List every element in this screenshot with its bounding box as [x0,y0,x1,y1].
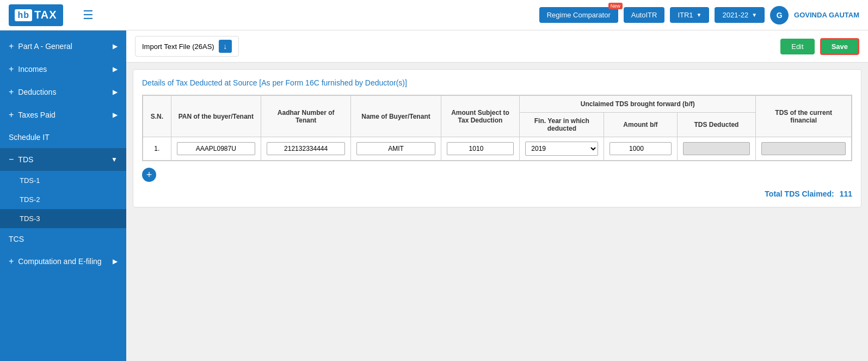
itr-chevron-down-icon: ▼ [697,12,702,18]
year-chevron-down-icon: ▼ [752,12,757,18]
sidebar-item-label: Deductions [18,88,56,96]
edit-button[interactable]: Edit [780,39,814,54]
chevron-down-icon: ▼ [111,156,118,163]
sidebar: + Part A - General ▶ + Incomes ▶ + Deduc… [0,30,126,361]
regime-comparator-button[interactable]: New Regime Comparator [539,7,618,23]
sidebar-item-label: TCS [9,235,24,243]
sidebar-item-label: Computation and E-filing [18,257,101,266]
sidebar-item-label: TDS-1 [20,176,40,185]
plus-icon: + [9,41,14,51]
avatar: G [770,6,789,25]
sidebar-item-label: TDS-3 [20,215,40,223]
plus-icon: + [9,87,14,97]
th-pan: PAN of the buyer/Tenant [171,96,261,137]
minus-icon: − [9,155,14,164]
layout: + Part A - General ▶ + Incomes ▶ + Deduc… [0,30,868,361]
chevron-right-icon: ▶ [113,111,118,119]
plus-icon: + [9,64,14,74]
sidebar-item-label: TDS [18,155,33,164]
sidebar-item-tcs[interactable]: TCS [0,228,126,250]
th-sn: S.N. [143,96,171,137]
total-label: Total TDS Claimed: [765,189,834,198]
hamburger-icon[interactable]: ☰ [83,8,94,22]
card-title: Details of Tax Deducted at Source [As pe… [142,78,852,87]
logo: hb TAX [9,4,63,26]
tds-card: Details of Tax Deducted at Source [As pe… [133,69,861,207]
aadhar-input[interactable] [267,142,345,155]
cell-amount-subject [441,137,520,161]
th-amount-subject: Amount Subject to Tax Deduction [441,96,520,137]
total-value: 111 [840,189,852,198]
toolbar: Import Text File (26AS) ↓ Edit Save [126,30,868,63]
logo-tax: TAX [34,9,57,21]
logo-hb: hb [15,9,32,21]
th-aadhar: Aadhar Number of Tenant [261,96,350,137]
cell-tds-deducted [677,137,756,161]
chevron-right-icon: ▶ [113,42,118,50]
sidebar-item-computation[interactable]: + Computation and E-filing ▶ [0,250,126,273]
sidebar-item-label: Part A - General [18,42,72,51]
add-row-button[interactable]: + [142,168,156,182]
sidebar-item-label: Incomes [18,65,47,74]
sidebar-item-part-a[interactable]: + Part A - General ▶ [0,35,126,58]
amount-bf-input[interactable] [610,142,671,155]
sidebar-item-schedule-it[interactable]: Schedule IT [0,126,126,148]
sidebar-item-label: Taxes Paid [18,111,55,119]
th-tds-deducted: TDS Deducted [677,113,756,137]
sidebar-item-tds3[interactable]: TDS-3 [0,209,126,228]
plus-icon: + [9,110,14,120]
main-content: Import Text File (26AS) ↓ Edit Save Deta… [126,30,868,361]
total-row: Total TDS Claimed: 111 [142,189,852,198]
table-row: 1. [143,137,852,161]
plus-icon: + [9,256,14,266]
th-fin-year: Fin. Year in which deducted [520,113,604,137]
tds-table: S.N. PAN of the buyer/Tenant Aadhar Numb… [143,95,852,161]
navbar-right: New Regime Comparator AutoITR ITR1 ▼ 202… [539,6,859,25]
download-icon: ↓ [219,40,232,53]
import-label: Import Text File (26AS) [142,42,214,51]
import-button[interactable]: Import Text File (26AS) ↓ [135,36,239,57]
tds-deducted-input[interactable] [683,142,750,155]
sidebar-item-tds2[interactable]: TDS-2 [0,190,126,209]
cell-fin-year: 2019 2020 2021 [520,137,604,161]
name-input[interactable] [356,142,435,155]
amount-subject-input[interactable] [447,142,514,155]
chevron-right-icon: ▶ [113,258,118,265]
cell-name [351,137,441,161]
sidebar-item-tds[interactable]: − TDS ▼ [0,148,126,171]
sidebar-item-label: TDS-2 [20,195,40,204]
year-dropdown-button[interactable]: 2021-22 ▼ [715,7,765,23]
sidebar-item-label: Schedule IT [9,133,50,142]
cell-sn: 1. [143,137,171,161]
cell-amount-bf [604,137,677,161]
chevron-right-icon: ▶ [113,65,118,73]
navbar: hb TAX ☰ New Regime Comparator AutoITR I… [0,0,868,30]
th-unclaimed-group: Unclaimed TDS brought forward (b/f) [520,96,756,113]
autoir-button[interactable]: AutoITR [624,7,665,23]
pan-input[interactable] [177,142,255,155]
itr-dropdown-button[interactable]: ITR1 ▼ [670,7,709,23]
cell-tds-current [756,137,852,161]
th-name: Name of Buyer/Tenant [351,96,441,137]
save-button[interactable]: Save [820,38,859,55]
tds-current-input[interactable] [761,142,846,155]
user-name: GOVINDA GAUTAM [794,11,859,19]
th-tds-current: TDS of the current financial [756,96,852,137]
sidebar-item-tds1[interactable]: TDS-1 [0,171,126,190]
sidebar-item-taxes-paid[interactable]: + Taxes Paid ▶ [0,103,126,126]
new-badge: New [608,3,623,9]
sidebar-item-incomes[interactable]: + Incomes ▶ [0,58,126,81]
fin-year-select[interactable]: 2019 2020 2021 [525,142,598,156]
cell-pan [171,137,261,161]
chevron-right-icon: ▶ [113,88,118,96]
tds-table-wrapper: S.N. PAN of the buyer/Tenant Aadhar Numb… [142,95,852,161]
navbar-left: hb TAX ☰ [9,4,94,26]
cell-aadhar [261,137,350,161]
sidebar-item-deductions[interactable]: + Deductions ▶ [0,81,126,103]
th-amount-bf: Amount b/f [604,113,677,137]
